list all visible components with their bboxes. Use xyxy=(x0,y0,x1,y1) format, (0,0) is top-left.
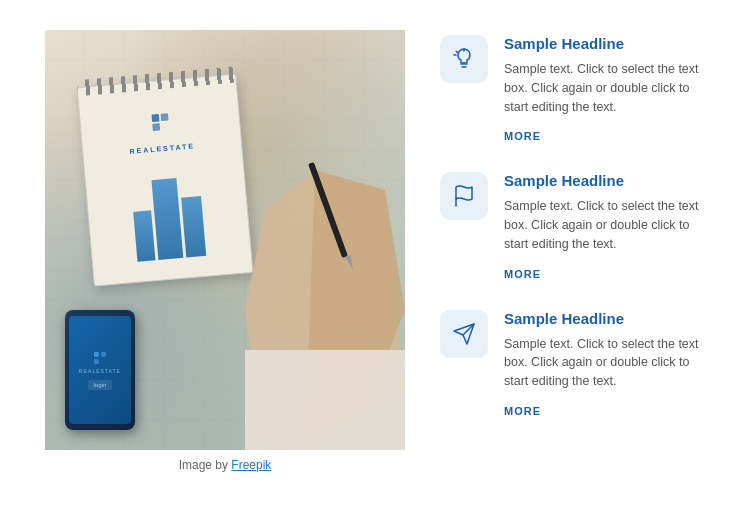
freepik-link[interactable]: Freepik xyxy=(231,458,271,472)
svg-rect-40 xyxy=(94,359,99,364)
right-column: Sample Headline Sample text. Click to se… xyxy=(440,30,710,501)
feature-2-content: Sample Headline Sample text. Click to se… xyxy=(504,172,710,281)
feature-3-more-link[interactable]: MORE xyxy=(504,405,541,417)
send-icon xyxy=(452,322,476,346)
feature-1-headline: Sample Headline xyxy=(504,35,710,52)
feature-item-2: Sample Headline Sample text. Click to se… xyxy=(440,172,710,309)
feature-1-icon-bg xyxy=(440,35,488,83)
feature-2-more-link[interactable]: MORE xyxy=(504,268,541,280)
svg-rect-35 xyxy=(152,123,160,131)
svg-rect-34 xyxy=(151,114,159,122)
image-credit: Image by Freepik xyxy=(179,458,272,472)
feature-item-1: Sample Headline Sample text. Click to se… xyxy=(440,35,710,172)
svg-rect-36 xyxy=(160,113,168,121)
svg-line-45 xyxy=(456,51,457,52)
left-column: 527/6 PM d REALESTATE xyxy=(40,30,410,501)
phone: REALESTATE login xyxy=(65,310,135,430)
feature-2-icon-bg xyxy=(440,172,488,220)
feature-3-icon-bg xyxy=(440,310,488,358)
feature-1-content: Sample Headline Sample text. Click to se… xyxy=(504,35,710,144)
flag-icon xyxy=(452,184,476,208)
feature-3-content: Sample Headline Sample text. Click to se… xyxy=(504,310,710,419)
feature-3-headline: Sample Headline xyxy=(504,310,710,327)
lightbulb-icon xyxy=(452,47,476,71)
hero-image: 527/6 PM d REALESTATE xyxy=(45,30,405,450)
page-container: 527/6 PM d REALESTATE xyxy=(0,0,750,521)
feature-1-text: Sample text. Click to select the text bo… xyxy=(504,60,710,116)
svg-rect-39 xyxy=(94,352,99,357)
feature-2-text: Sample text. Click to select the text bo… xyxy=(504,197,710,253)
feature-1-more-link[interactable]: MORE xyxy=(504,130,541,142)
feature-3-text: Sample text. Click to select the text bo… xyxy=(504,335,710,391)
svg-rect-41 xyxy=(101,352,106,357)
feature-item-3: Sample Headline Sample text. Click to se… xyxy=(440,310,710,419)
feature-2-headline: Sample Headline xyxy=(504,172,710,189)
